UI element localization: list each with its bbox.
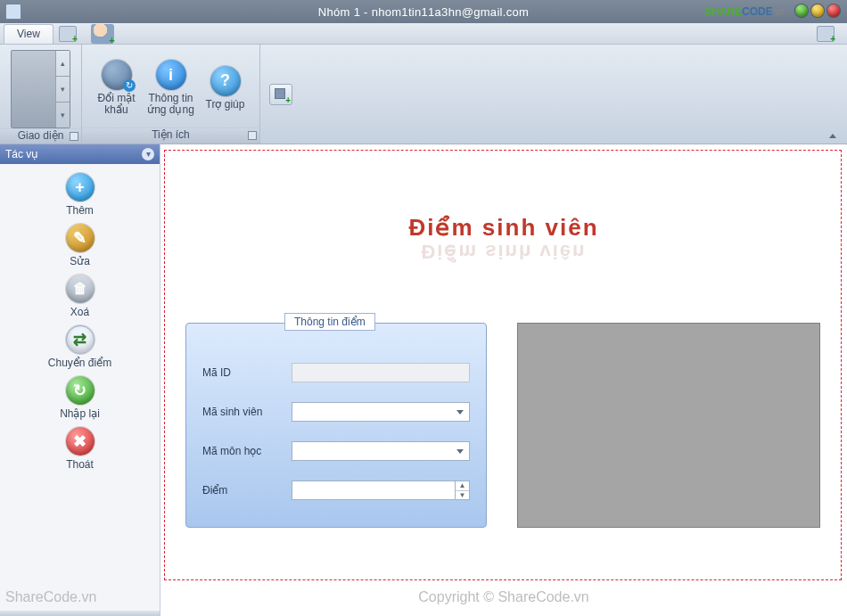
plus-icon: + [66,173,95,201]
quick-access-add-icon[interactable] [59,26,77,42]
ribbon-add-group-button[interactable] [269,84,292,105]
task-panel: Tác vụ ▾ + Thêm Sửa Xoá Chuyển điểm N [0,144,160,616]
window-controls [795,4,840,17]
score-spinner-buttons: ▲ ▼ [455,481,469,499]
subject-code-combo[interactable] [292,441,470,461]
app-icon [5,4,21,20]
task-edit[interactable]: Sửa [0,224,160,267]
content-area: Điểm sinh viên Điểm sinh viên Thông tin … [160,144,847,616]
id-label: Mã ID [202,366,292,379]
window-minimize-button[interactable] [795,4,808,17]
close-icon [66,427,95,456]
quick-access-right-icon[interactable] [817,26,835,42]
add-user-avatar-icon[interactable] [91,24,114,44]
help-button[interactable]: ? Trợ giúp [198,66,252,111]
help-label: Trợ giúp [198,99,252,111]
app-info-label-2: ứng dụng [147,103,194,116]
task-panel-items: + Thêm Sửa Xoá Chuyển điểm Nhập lại T [0,164,160,589]
task-reload-label: Nhập lại [0,407,160,420]
main-area: Tác vụ ▾ + Thêm Sửa Xoá Chuyển điểm N [0,144,847,616]
ribbon-group-utilities-label: Tiện ích [82,127,259,144]
data-grid-placeholder[interactable] [517,323,820,528]
task-add-label: Thêm [0,204,160,217]
task-add[interactable]: + Thêm [0,173,160,217]
tab-view[interactable]: View [4,24,53,44]
spinner-up-icon[interactable]: ▲ [456,481,469,491]
copyright-text: Copyright © ShareCode.vn [418,589,588,605]
app-info-label-1: Thông tin [148,92,193,104]
page-heading-text: Điểm sinh viên [408,214,598,242]
info-icon: i [156,60,186,90]
watermark-tld: .vn [773,7,785,17]
score-info-legend: Thông tin điểm [284,313,375,331]
task-reload[interactable]: Nhập lại [0,376,160,420]
ribbon-tab-strip: View [0,23,847,45]
ribbon-group-interface: ▴ ▾ ▾ Giao diện [0,45,82,144]
page-heading-reflection: Điểm sinh viên [408,240,598,263]
refresh-badge-icon: ↻ [123,79,136,92]
task-transfer-score[interactable]: Chuyển điểm [0,325,160,369]
task-delete[interactable]: Xoá [0,275,160,318]
task-transfer-label: Chuyển điểm [0,357,160,369]
ribbon: ▴ ▾ ▾ Giao diện ↻ Đổi mậtkhẩu i Thông ti… [0,45,847,144]
task-exit-label: Thoát [0,458,160,471]
transfer-icon [66,325,95,354]
page-heading: Điểm sinh viên Điểm sinh viên [408,214,598,263]
change-password-label-1: Đổi mật [98,92,136,104]
student-code-combo[interactable] [292,402,470,422]
task-panel-splitter[interactable] [0,611,160,616]
task-delete-label: Xoá [0,306,160,318]
style-gallery[interactable]: ▴ ▾ ▾ [11,50,70,128]
group-interface-launcher[interactable] [70,132,78,141]
title-bar: Nhóm 1 - nhom1tin11a3hn@gmail.com SHAREC… [0,0,847,23]
app-info-button[interactable]: i Thông tinứng dụng [144,60,198,116]
help-icon: ? [210,66,241,96]
subject-code-label: Mã môn học [202,445,292,457]
gallery-up-icon[interactable]: ▴ [56,51,70,77]
task-edit-label: Sửa [0,255,160,267]
score-label: Điểm [202,484,292,497]
gallery-down-icon[interactable]: ▾ [56,77,70,103]
spinner-down-icon[interactable]: ▼ [456,491,469,500]
score-info-groupbox: Thông tin điểm Mã ID Mã sinh viên Mã môn… [185,323,487,528]
task-panel-collapse-icon[interactable]: ▾ [142,148,154,160]
task-panel-title: Tác vụ [5,148,38,160]
score-spinner[interactable]: ▲ ▼ [292,480,470,500]
row-subject: Mã môn học [202,441,470,461]
panel-watermark: ShareCode.vn [0,589,160,605]
group-interface-text: Giao diện [18,129,64,142]
gallery-more-icon[interactable]: ▾ [56,103,70,127]
ribbon-group-utilities: ↻ Đổi mậtkhẩu i Thông tinứng dụng ? Trợ … [82,45,260,144]
window-title: Nhóm 1 - nhom1tin11a3hn@gmail.com [318,5,529,19]
student-code-label: Mã sinh viên [202,406,292,418]
id-input[interactable] [292,363,470,382]
watermark-part-b: CODE [742,5,773,18]
reload-icon [66,376,95,405]
ribbon-group-interface-label: Giao diện [0,128,81,144]
change-password-button[interactable]: ↻ Đổi mậtkhẩu [89,60,144,116]
trash-icon [66,275,95,303]
group-utilities-launcher[interactable] [248,131,257,140]
change-password-label-2: khẩu [104,103,127,116]
task-exit[interactable]: Thoát [0,427,160,471]
sharecode-watermark-logo: SHARECODE.vn [704,4,785,18]
row-id: Mã ID [202,363,470,382]
style-gallery-spinner[interactable]: ▴ ▾ ▾ [55,51,70,127]
pencil-icon [66,224,95,252]
row-student: Mã sinh viên [202,402,470,422]
window-close-button[interactable] [827,4,840,17]
task-panel-header[interactable]: Tác vụ ▾ [0,144,160,164]
row-score: Điểm ▲ ▼ [202,480,470,500]
watermark-part-a: SHARE [704,5,742,18]
group-utilities-text: Tiện ích [152,128,190,141]
window-maximize-button[interactable] [811,4,824,17]
ribbon-collapse-icon[interactable] [829,134,836,138]
